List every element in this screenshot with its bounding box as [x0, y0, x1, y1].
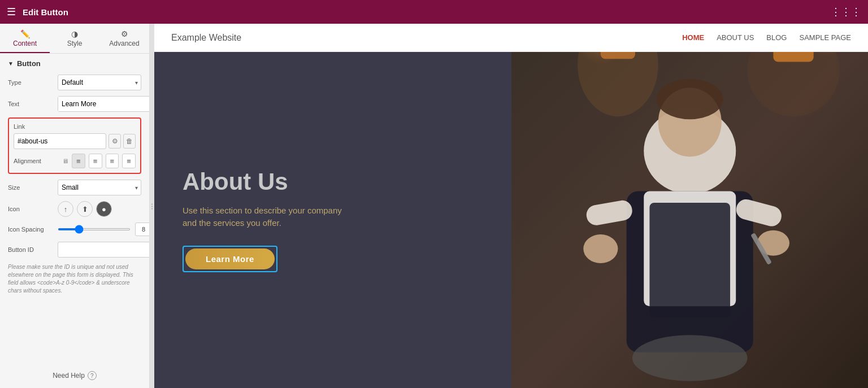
type-select-wrapper: Default Primary Info Success ▾: [58, 75, 141, 90]
hamburger-icon[interactable]: ☰: [7, 6, 16, 18]
hero-title: About Us: [183, 168, 483, 195]
learn-more-button-wrapper: Learn More: [183, 246, 483, 272]
icon-spacing-slider[interactable]: [58, 228, 131, 230]
svg-point-10: [656, 79, 723, 119]
nav-link-home[interactable]: HOME: [682, 33, 704, 42]
icon-option-2[interactable]: ⬆: [77, 201, 93, 217]
icon-row: Icon ↑ ⬆ ●: [8, 201, 141, 217]
top-bar-title: Edit Button: [23, 7, 68, 17]
section-button-heading[interactable]: ▼ Button: [8, 59, 141, 68]
website-logo: Example Website: [171, 33, 241, 43]
need-help-section[interactable]: Need Help ?: [0, 363, 149, 388]
tab-advanced-label: Advanced: [109, 40, 139, 47]
resize-handle[interactable]: · · ·: [150, 24, 154, 388]
size-row: Size Small Medium Large ▾: [8, 180, 141, 195]
icon-option-3[interactable]: ●: [96, 201, 112, 217]
type-row: Type Default Primary Info Success ▾: [8, 75, 141, 90]
text-input[interactable]: [58, 97, 150, 111]
align-right-btn[interactable]: ≡: [106, 154, 119, 168]
link-section: Link ⚙ 🗑 Alignment 🖥 ≡ ≡ ≡ ≡: [8, 117, 141, 174]
top-bar: ☰ Edit Button ⋮⋮⋮: [0, 0, 868, 24]
monitor-icon: 🖥: [62, 158, 68, 164]
tab-content-label: Content: [13, 40, 37, 47]
hero-left-panel: About Us Use this section to describe yo…: [154, 52, 511, 388]
svg-rect-8: [649, 203, 730, 318]
learn-more-button[interactable]: Learn More: [185, 249, 275, 269]
align-left-btn[interactable]: ≡: [72, 154, 85, 168]
panel-tabs: ✏️ Content ◑ Style ⚙ Advanced: [0, 24, 149, 54]
panel-body: ▼ Button Type Default Primary Info Succe…: [0, 54, 149, 363]
need-help-label: Need Help: [53, 372, 85, 380]
section-button-label: Button: [17, 59, 41, 68]
section-arrow-icon: ▼: [8, 60, 14, 67]
grid-icon[interactable]: ⋮⋮⋮: [831, 6, 861, 18]
hero-image: [511, 52, 869, 388]
svg-rect-4: [773, 52, 813, 62]
alignment-label: Alignment: [14, 158, 59, 164]
align-center-btn[interactable]: ≡: [89, 154, 102, 168]
website-nav-links: HOME ABOUT US BLOG SAMPLE PAGE: [682, 33, 851, 42]
hero-subtitle: Use this section to describe your compan…: [183, 204, 483, 230]
size-select-wrapper: Small Medium Large ▾: [58, 180, 141, 195]
link-label: Link: [14, 123, 136, 130]
content-tab-icon: ✏️: [3, 29, 46, 38]
icon-label: Icon: [8, 206, 53, 212]
alignment-row: Alignment 🖥 ≡ ≡ ≡ ≡: [14, 154, 136, 168]
tab-style-label: Style: [67, 40, 83, 47]
type-label: Type: [8, 79, 53, 86]
icon-spacing-value: 8: [135, 223, 150, 236]
icon-spacing-label: Icon Spacing: [8, 226, 53, 233]
style-tab-icon: ◑: [53, 29, 96, 38]
svg-rect-2: [600, 52, 635, 59]
size-label: Size: [8, 184, 53, 191]
link-delete-icon[interactable]: 🗑: [123, 134, 136, 149]
size-select[interactable]: Small Medium Large: [58, 180, 141, 195]
hero-section: About Us Use this section to describe yo…: [154, 52, 868, 388]
help-circle-icon: ?: [88, 371, 97, 380]
nav-link-blog[interactable]: BLOG: [766, 33, 787, 42]
link-gear-icon[interactable]: ⚙: [108, 134, 121, 149]
tab-content[interactable]: ✏️ Content: [0, 24, 50, 53]
advanced-tab-icon: ⚙: [103, 29, 146, 38]
icon-option-1[interactable]: ↑: [58, 201, 73, 217]
text-input-wrapper: ☰: [58, 96, 150, 112]
preview-area: Example Website HOME ABOUT US BLOG SAMPL…: [154, 24, 868, 388]
button-id-help-text: Please make sure the ID is unique and no…: [8, 263, 141, 295]
text-label: Text: [8, 101, 53, 107]
left-panel: ✏️ Content ◑ Style ⚙ Advanced ▼ Button T…: [0, 24, 150, 388]
svg-point-13: [583, 234, 618, 263]
tab-advanced[interactable]: ⚙ Advanced: [99, 24, 149, 53]
type-select[interactable]: Default Primary Info Success: [58, 75, 141, 90]
align-justify-btn[interactable]: ≡: [122, 154, 136, 168]
tab-style[interactable]: ◑ Style: [50, 24, 99, 53]
icon-spacing-row: Icon Spacing 8: [8, 223, 141, 236]
button-id-input-wrapper: ☰: [58, 242, 150, 258]
chef-svg: [511, 52, 869, 388]
link-input-row: ⚙ 🗑: [14, 133, 136, 149]
button-id-label: Button ID: [8, 246, 53, 253]
button-id-input[interactable]: [58, 242, 150, 258]
icon-options-row: ↑ ⬆ ●: [58, 201, 112, 217]
nav-link-about[interactable]: ABOUT US: [717, 33, 754, 42]
learn-more-highlight-border: Learn More: [183, 246, 277, 272]
link-input[interactable]: [14, 133, 106, 149]
website-nav: Example Website HOME ABOUT US BLOG SAMPL…: [154, 24, 868, 52]
svg-point-16: [632, 335, 747, 381]
icon-spacing-slider-wrapper: 8: [58, 223, 150, 236]
button-id-row: Button ID ☰: [8, 242, 141, 258]
nav-link-sample[interactable]: SAMPLE PAGE: [799, 33, 851, 42]
hero-right-panel: [511, 52, 869, 388]
text-row: Text ☰: [8, 96, 141, 112]
